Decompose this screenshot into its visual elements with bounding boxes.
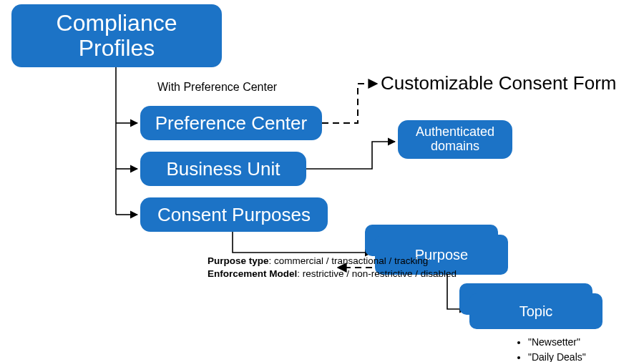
node-topic: Topic: [469, 293, 602, 329]
label-customizable-consent-form: Customizable Consent Form: [381, 72, 616, 94]
node-label: Preference Center: [155, 113, 307, 134]
node-label: Business Unit: [167, 159, 280, 180]
meta-val: : restrictive / non-restrictive / disabl…: [297, 268, 457, 279]
node-preference-center: Preference Center: [140, 106, 322, 140]
node-consent-purposes: Consent Purposes: [140, 197, 328, 232]
meta-val: : commercial / transactional / tracking: [269, 255, 429, 266]
label-with-preference-center: With Preference Center: [157, 81, 277, 94]
node-label: Authenticated domains: [405, 125, 505, 154]
topic-examples-list: "Newsetter" "Daily Deals": [515, 335, 586, 362]
node-label: Consent Purposes: [157, 205, 311, 225]
node-authenticated-domains: Authenticated domains: [398, 120, 512, 159]
meta-key: Purpose type: [208, 255, 269, 266]
list-item: "Newsetter": [528, 335, 586, 350]
meta-key: Enforcement Model: [208, 268, 297, 279]
node-business-unit: Business Unit: [140, 152, 306, 186]
node-label: Topic: [519, 303, 553, 319]
list-item: "Daily Deals": [528, 350, 586, 362]
node-compliance-profiles: Compliance Profiles: [11, 4, 222, 67]
label-purpose-meta: Purpose type: commercial / transactional…: [208, 255, 457, 280]
node-label: Compliance Profiles: [19, 11, 215, 61]
